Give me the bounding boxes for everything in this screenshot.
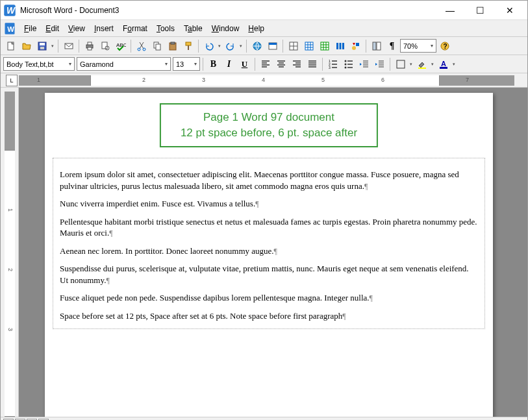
redo-dropdown-icon[interactable]: ▾ [238,43,244,49]
svg-text:W: W [6,6,16,16]
chevron-down-icon: ▾ [429,43,434,49]
bold-button[interactable]: B [206,56,221,71]
format-painter-button[interactable] [181,38,195,53]
tables-borders-button[interactable] [286,38,301,53]
text-frame[interactable]: Lorem ipsum dolor sit amet, consectetuer… [53,158,485,329]
increase-indent-button[interactable] [372,56,387,71]
paragraph: Pellentesque habitant morbi tristique se… [60,216,478,239]
zoom-combo[interactable]: 70% ▾ [400,39,436,53]
insert-table-button[interactable] [301,38,316,53]
undo-button[interactable] [201,38,216,53]
svg-text:?: ? [443,43,447,50]
show-hide-button[interactable]: ¶ [384,38,399,53]
style-combo[interactable]: Body Text,bt,bt ▾ [3,57,75,71]
align-left-button[interactable] [258,56,273,71]
pilcrow-icon: ¶ [109,229,112,238]
columns-button[interactable] [333,38,347,53]
numbered-list-button[interactable]: 123 [325,56,340,71]
redo-button[interactable] [223,38,238,53]
highlight-button[interactable] [414,56,429,71]
svg-point-32 [352,46,356,50]
save-button[interactable] [34,38,49,53]
spellcheck-button[interactable]: ABC [113,38,128,53]
pilcrow-icon: ¶ [274,247,277,256]
save-dropdown-icon[interactable]: ▾ [50,43,55,49]
decrease-indent-button[interactable] [357,56,371,71]
mail-button[interactable] [61,38,76,53]
horizontal-ruler[interactable]: L 1 2 3 4 5 6 7 [1,73,527,88]
open-button[interactable] [19,38,34,53]
svg-rect-7 [40,47,44,49]
pilcrow-icon: ¶ [370,293,373,303]
bulleted-list-button[interactable] [341,56,356,71]
menu-help[interactable]: Help [244,23,268,34]
borders-dropdown-icon[interactable]: ▾ [409,62,414,67]
pilcrow-icon: ¶ [106,276,109,285]
vertical-ruler[interactable]: 1 2 3 [1,88,19,417]
svg-rect-6 [40,43,45,45]
svg-rect-18 [156,44,160,50]
svg-text:A: A [441,60,446,68]
doc-map-button[interactable] [369,38,384,53]
svg-rect-21 [186,42,191,45]
hyperlink-button[interactable] [249,38,264,53]
svg-rect-29 [336,43,338,49]
annotation-callout: Page 1 Word 97 document 12 pt space befo… [160,103,378,147]
callout-line1: Page 1 Word 97 document [181,110,357,125]
cut-button[interactable] [134,38,149,53]
underline-button[interactable]: U [237,56,252,71]
standard-toolbar: ▾ ABC ▾ ▾ ¶ 70% ▾ ? [1,37,527,55]
drawing-button[interactable] [348,38,363,53]
print-preview-button[interactable] [97,38,112,53]
app-window: W Microsoft Word - Document3 — ☐ ✕ W Fil… [0,0,528,420]
page: Page 1 Word 97 document 12 pt space befo… [45,93,493,417]
menu-tools[interactable]: Tools [153,23,179,34]
menu-edit[interactable]: Edit [42,23,63,34]
web-toolbar-button[interactable] [265,38,280,53]
print-button[interactable] [82,38,97,53]
borders-button[interactable] [393,56,408,71]
svg-point-43 [344,66,346,68]
paste-button[interactable] [165,38,180,53]
menu-insert[interactable]: Insert [90,23,118,34]
font-color-button[interactable]: A [436,56,451,71]
svg-rect-10 [88,42,92,45]
help-button[interactable]: ? [437,38,452,53]
menu-format[interactable]: Format [119,23,151,34]
highlight-dropdown-icon[interactable]: ▾ [430,62,435,67]
paragraph: Lorem ipsum dolor sit amet, consectetuer… [60,169,478,191]
svg-rect-45 [418,68,426,69]
size-combo[interactable]: 13 ▾ [173,57,200,71]
menu-view[interactable]: View [64,23,89,34]
font-color-dropdown-icon[interactable]: ▾ [451,62,457,67]
svg-text:ABC: ABC [116,42,126,48]
document-area[interactable]: Page 1 Word 97 document 12 pt space befo… [19,88,527,417]
copy-button[interactable] [149,38,164,53]
menu-table[interactable]: Table [180,23,207,34]
undo-dropdown-icon[interactable]: ▾ [217,43,222,49]
justify-button[interactable] [305,56,320,71]
svg-rect-22 [188,45,189,50]
svg-rect-11 [88,47,92,50]
align-center-button[interactable] [273,56,288,71]
maximize-button[interactable]: ☐ [465,1,495,19]
minimize-button[interactable]: — [435,1,465,19]
svg-point-15 [138,48,140,51]
style-value: Body Text,bt,bt [6,60,54,68]
menu-file[interactable]: File [20,23,40,34]
font-combo[interactable]: Garamond ▾ [77,57,171,71]
doc-icon[interactable]: W [3,22,16,35]
statusbar: ≡ ▦ ▭ ⋮ [1,417,527,420]
formatting-toolbar: Body Text,bt,bt ▾ Garamond ▾ 13 ▾ B I U … [1,55,527,73]
italic-button[interactable]: I [221,56,236,71]
new-button[interactable] [3,38,18,53]
window-title: Microsoft Word - Document3 [20,6,435,15]
close-button[interactable]: ✕ [495,1,525,19]
svg-rect-33 [356,43,359,46]
paragraph: Fusce aliquet pede non pede. Suspendisse… [60,292,478,304]
align-right-button[interactable] [289,56,304,71]
excel-button[interactable] [317,38,332,53]
tab-selector[interactable]: L [6,75,18,86]
svg-point-41 [344,60,346,62]
menu-window[interactable]: Window [208,23,244,34]
